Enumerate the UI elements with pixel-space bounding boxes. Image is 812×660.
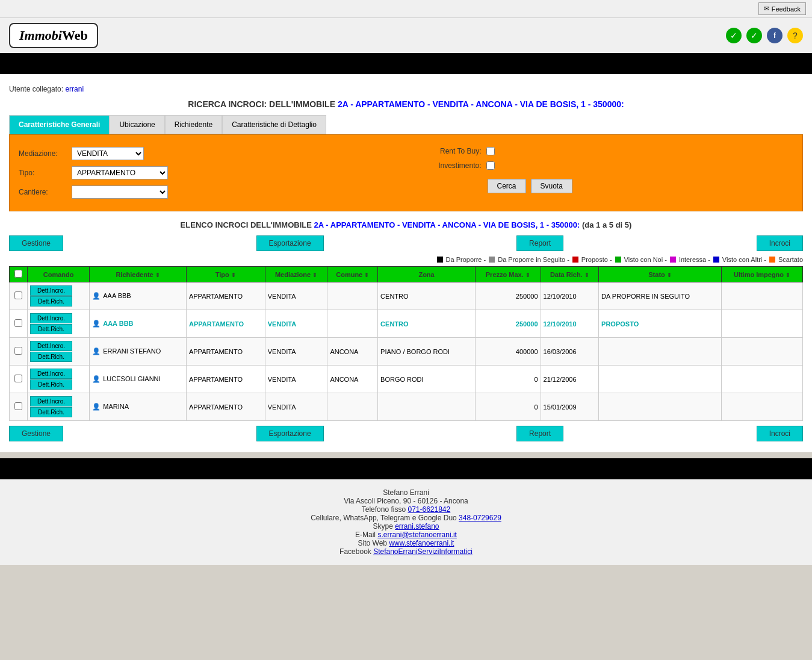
dett-rich-button[interactable]: Dett.Rich. [30, 352, 72, 362]
tipo-cell: APPARTAMENTO [186, 366, 265, 393]
comando-cell: Dett.Incro.Dett.Rich. [28, 393, 90, 421]
cantiere-label: Cantiere: [19, 188, 67, 196]
row-checkbox[interactable] [14, 402, 22, 410]
help-icon[interactable]: ? [787, 28, 803, 43]
footer-address: Via Ascoli Piceno, 90 - 60126 - Ancona [9, 497, 803, 505]
mediazione-cell: VENDITA [265, 393, 327, 421]
username-link[interactable]: errani [65, 85, 84, 93]
table-row: Dett.Incro.Dett.Rich.👤MARINAAPPARTAMENTO… [10, 393, 803, 421]
row-checkbox[interactable] [14, 347, 22, 355]
select-all-checkbox[interactable] [14, 270, 22, 278]
th-tipo[interactable]: Tipo ⇕ [186, 267, 265, 282]
esportazione-button-top[interactable]: Esportazione [256, 235, 324, 251]
data-table: Comando Richiedente ⇕ Tipo ⇕ Mediazione … [9, 266, 803, 421]
zona-cell [378, 393, 476, 421]
th-prezzo-max[interactable]: Prezzo Max. ⇕ [476, 267, 541, 282]
tipo-select[interactable]: APPARTAMENTO VILLA UFFICIO [72, 166, 168, 179]
tab-caratteristiche-dettaglio[interactable]: Caratteristiche di Dettaglio [222, 115, 326, 134]
dett-incro-button[interactable]: Dett.Incro. [30, 369, 72, 379]
investimento-checkbox[interactable] [486, 161, 495, 170]
incroci-button-top[interactable]: Incroci [757, 235, 803, 251]
cerca-button[interactable]: Cerca [488, 179, 526, 193]
comune-cell [327, 310, 378, 338]
footer-skype: Skype errani.stefano [9, 522, 803, 531]
dett-rich-button[interactable]: Dett.Rich. [30, 379, 72, 390]
gestione-button-top[interactable]: Gestione [9, 235, 63, 251]
svuota-button[interactable]: Svuota [531, 179, 572, 193]
table-row: Dett.Incro.Dett.Rich.👤AAA BBBAPPARTAMENT… [10, 282, 803, 310]
ultimo-impegno-cell [722, 338, 803, 366]
tab-richiedente[interactable]: Richiedente [165, 115, 222, 134]
stato-cell [599, 338, 722, 366]
report-button-top[interactable]: Report [516, 235, 563, 251]
mediazione-select[interactable]: VENDITA AFFITTO ASTE [72, 147, 144, 160]
th-mediazione[interactable]: Mediazione ⇕ [265, 267, 327, 282]
person-icon: 👤 [92, 375, 101, 382]
richiedente-cell: 👤MARINA [90, 393, 187, 421]
footer-cellulare: Cellulare, WhatsApp, Telegram e Google D… [9, 514, 803, 522]
stato-cell: PROPOSTO [599, 310, 722, 338]
telefono-link[interactable]: 071-6621842 [408, 505, 450, 514]
legend-box-da-proporre [437, 257, 443, 263]
th-data-rich[interactable]: Data Rich. ⇕ [541, 267, 599, 282]
tab-caratteristiche-generali[interactable]: Caratteristiche Generali [9, 115, 110, 134]
row-checkbox-cell [10, 393, 28, 421]
dett-rich-button[interactable]: Dett.Rich. [30, 296, 72, 307]
dett-rich-button[interactable]: Dett.Rich. [30, 407, 72, 417]
check-icon-2[interactable]: ✓ [746, 28, 762, 43]
th-richiedente[interactable]: Richiedente ⇕ [90, 267, 187, 282]
sitoweb-link[interactable]: www.stefanoerrani.it [389, 539, 454, 547]
report-button-bottom[interactable]: Report [516, 426, 563, 441]
facebook-link[interactable]: StefanoErraniServiziInformatici [373, 547, 473, 556]
row-checkbox[interactable] [14, 291, 22, 299]
prezzo-max-cell: 0 [476, 366, 541, 393]
mediazione-cell: VENDITA [265, 366, 327, 393]
search-title-highlight: 2A - APPARTAMENTO - VENDITA - ANCONA - V… [338, 99, 624, 109]
facebook-icon[interactable]: f [767, 28, 783, 43]
comune-cell [327, 393, 378, 421]
footer-bar [0, 458, 812, 479]
gestione-button-bottom[interactable]: Gestione [9, 426, 63, 441]
investimento-label: Investimento: [409, 161, 482, 170]
feedback-button[interactable]: ✉ Feedback [758, 2, 806, 15]
dett-incro-button[interactable]: Dett.Incro. [30, 313, 72, 323]
stato-cell: DA PROPORRE IN SEGUITO [599, 282, 722, 310]
row-checkbox-cell [10, 282, 28, 310]
table-row: Dett.Incro.Dett.Rich.👤LUCESOLI GIANNIAPP… [10, 366, 803, 393]
incroci-button-bottom[interactable]: Incroci [757, 426, 803, 441]
person-icon: 👤 [92, 320, 101, 327]
skype-link[interactable]: errani.stefano [395, 522, 439, 531]
richiedente-cell: 👤ERRANI STEFANO [90, 338, 187, 366]
email-link[interactable]: s.errani@stefanoerrani.it [377, 531, 457, 539]
row-checkbox[interactable] [14, 375, 22, 382]
cantiere-select[interactable] [72, 185, 168, 199]
cellulare-link[interactable]: 348-0729629 [459, 514, 501, 522]
ultimo-impegno-cell [722, 282, 803, 310]
row-checkbox[interactable] [14, 319, 22, 327]
action-bar-bottom: Gestione Esportazione Report Incroci [9, 426, 803, 441]
dett-incro-button[interactable]: Dett.Incro. [30, 341, 72, 351]
th-checkbox[interactable] [10, 267, 28, 282]
legend-box-scartato [769, 257, 775, 263]
check-icon-1[interactable]: ✓ [726, 28, 742, 43]
person-icon: 👤 [92, 403, 101, 410]
prezzo-max-cell: 400000 [476, 338, 541, 366]
comune-cell: ANCONA [327, 366, 378, 393]
dett-incro-button[interactable]: Dett.Incro. [30, 285, 72, 296]
dett-incro-button[interactable]: Dett.Incro. [30, 396, 72, 406]
th-ultimo-impegno[interactable]: Ultimo Impegno ⇕ [722, 267, 803, 282]
footer-sitoweb: Sito Web www.stefanoerrani.it [9, 539, 803, 547]
th-stato[interactable]: Stato ⇕ [599, 267, 722, 282]
person-icon: 👤 [92, 347, 101, 355]
data-rich-cell: 12/10/2010 [541, 282, 599, 310]
tab-ubicazione[interactable]: Ubicazione [110, 115, 164, 134]
results-highlight: 2A - APPARTAMENTO - VENDITA - ANCONA - V… [314, 220, 580, 229]
rent-to-buy-checkbox[interactable] [486, 147, 495, 155]
tipo-cell: APPARTAMENTO [186, 310, 265, 338]
ultimo-impegno-cell [722, 310, 803, 338]
dett-rich-button[interactable]: Dett.Rich. [30, 324, 72, 334]
esportazione-button-bottom[interactable]: Esportazione [256, 426, 324, 441]
results-title: ELENCO INCROCI DELL'IMMOBILE 2A - APPART… [9, 220, 803, 229]
action-bar-top: Gestione Esportazione Report Incroci [9, 235, 803, 251]
th-comune[interactable]: Comune ⇕ [327, 267, 378, 282]
